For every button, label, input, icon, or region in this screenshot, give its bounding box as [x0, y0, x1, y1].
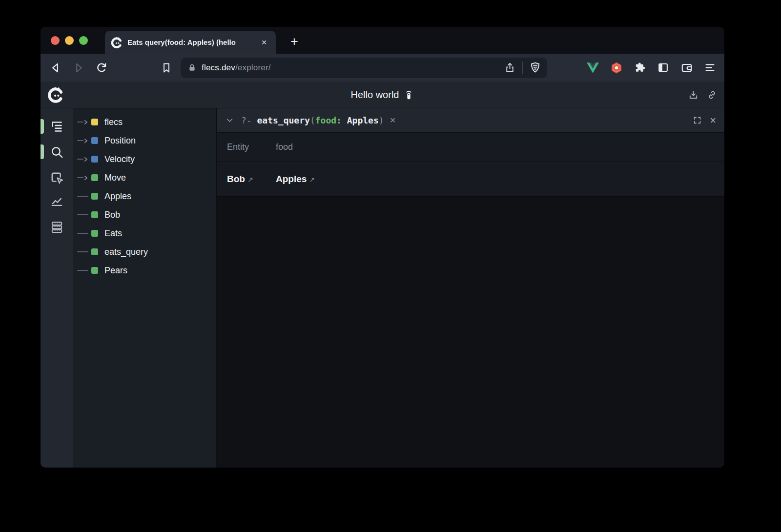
query-prefix: ?- [241, 115, 257, 125]
explorer-header: Hello world [41, 82, 724, 108]
link-icon[interactable] [706, 89, 718, 101]
bookmark-icon[interactable] [158, 60, 175, 76]
table-row[interactable]: Bob↗ Apples↗ [217, 162, 724, 197]
tree-connector[interactable] [77, 175, 90, 181]
tree-item-apples[interactable]: Apples [73, 187, 216, 205]
tree-item-label: flecs [104, 117, 123, 127]
open-entity-icon[interactable]: ↗ [247, 176, 253, 184]
row-food-cell[interactable]: Apples↗ [276, 174, 315, 184]
space [342, 115, 347, 125]
query-panel: ?- eats_query(food: Apples) × × Entity f… [217, 108, 724, 468]
tree-connector [77, 233, 90, 234]
query-panel-empty-area [217, 197, 724, 468]
sidebar-toggle-icon[interactable] [657, 61, 670, 74]
world-title: Hello world [351, 89, 399, 101]
chevron-right-icon [83, 175, 88, 181]
new-tab-button[interactable]: + [286, 33, 303, 50]
url-text: flecs.dev/explorer/ [202, 63, 271, 73]
entity-color-square [91, 119, 98, 125]
tree-connector[interactable] [77, 120, 90, 125]
stats-chart-icon[interactable] [49, 194, 64, 209]
tree-item-move[interactable]: Move [73, 168, 216, 187]
wallet-icon[interactable] [680, 61, 693, 74]
tree-item-velocity[interactable]: Velocity [73, 150, 216, 168]
results-table-header: Entity food [217, 133, 724, 162]
menu-icon[interactable] [703, 61, 717, 74]
tree-item-label: Apples [104, 191, 131, 202]
lock-icon [187, 63, 197, 72]
tab-close-icon[interactable]: × [258, 37, 270, 48]
vue-extension-icon[interactable] [586, 61, 599, 74]
tree-item-flecs[interactable]: flecs [73, 113, 216, 131]
tree-item-label: Move [104, 173, 126, 183]
back-icon[interactable] [47, 60, 64, 76]
query-clear-icon[interactable]: × [390, 115, 396, 126]
address-bar[interactable]: flecs.dev/explorer/ [181, 58, 547, 78]
tree-connector[interactable] [77, 138, 90, 143]
tree-item-label: Pears [104, 266, 127, 276]
tree-connector[interactable] [77, 157, 90, 162]
browser-window: Eats query(food: Apples) (hello × + [41, 27, 724, 468]
tree-item-bob[interactable]: Bob [73, 205, 216, 224]
forward-icon[interactable] [70, 60, 87, 76]
entity-color-square [91, 193, 98, 200]
query-param: food: [315, 115, 342, 125]
browser-tab-bar: Eats query(food: Apples) (hello × + [41, 27, 724, 54]
tree-item-label: Position [104, 136, 136, 146]
paren-close: ) [379, 115, 384, 125]
tree-item-eats[interactable]: Eats [73, 224, 216, 243]
reload-icon[interactable] [93, 60, 110, 76]
zoom-window-button[interactable] [79, 36, 88, 45]
entity-color-square [91, 156, 98, 163]
browser-toolbar: flecs.dev/explorer/ [41, 54, 724, 82]
brave-shield-icon[interactable] [529, 61, 541, 74]
tables-icon[interactable] [49, 220, 64, 235]
chevron-right-icon [83, 138, 88, 143]
extensions-puzzle-icon[interactable] [633, 61, 646, 74]
desktop-background: Eats query(food: Apples) (hello × + [0, 0, 781, 532]
active-pill-search [41, 144, 44, 159]
traffic-lights [51, 27, 88, 54]
tree-connector [77, 251, 90, 252]
entity-color-square [91, 267, 98, 274]
search-icon[interactable] [49, 144, 64, 160]
entity-color-square [91, 248, 98, 255]
extension-icons [586, 61, 718, 74]
tree-item-eats-query[interactable]: eats_query [73, 243, 216, 261]
world-title-group: Hello world [41, 89, 724, 101]
close-window-button[interactable] [51, 36, 60, 45]
query-value: Apples [347, 115, 379, 125]
tree-view-icon[interactable] [49, 119, 64, 134]
tree-item-label: eats_query [104, 247, 148, 257]
remote-connection-icon [404, 89, 414, 101]
url-path: /explorer/ [235, 63, 271, 72]
url-host: flecs.dev [202, 63, 235, 72]
open-entity-icon[interactable]: ↗ [309, 176, 315, 184]
tree-item-label: Bob [104, 210, 120, 220]
tree-connector [77, 214, 90, 215]
panel-close-icon[interactable]: × [710, 115, 716, 126]
tree-item-position[interactable]: Position [73, 131, 216, 150]
browser-tab[interactable]: Eats query(food: Apples) (hello × [105, 31, 276, 54]
entity-color-square [91, 174, 98, 181]
inspector-icon[interactable] [49, 170, 64, 185]
query-name: eats_query [257, 115, 310, 125]
share-icon[interactable] [504, 62, 515, 73]
entity-tree-panel: flecs Position Velocity Move [73, 108, 217, 468]
tree-item-label: Eats [104, 228, 122, 239]
flecs-favicon-icon [111, 37, 123, 48]
tree-item-label: Velocity [104, 154, 135, 164]
tree-connector [77, 270, 90, 271]
minimize-window-button[interactable] [65, 36, 74, 45]
tree-item-pears[interactable]: Pears [73, 261, 216, 280]
paren-open: ( [310, 115, 315, 125]
tree-connector [77, 196, 90, 197]
query-title-bar: ?- eats_query(food: Apples) × × [217, 108, 724, 133]
row-entity-cell[interactable]: Bob↗ [227, 174, 276, 184]
fullscreen-icon[interactable] [693, 116, 702, 125]
download-icon[interactable] [688, 89, 699, 101]
hexagon-extension-icon[interactable] [610, 61, 623, 74]
tab-title: Eats query(food: Apples) (hello [127, 38, 258, 46]
chevron-down-icon[interactable] [226, 116, 234, 124]
entity-color-square [91, 211, 98, 218]
